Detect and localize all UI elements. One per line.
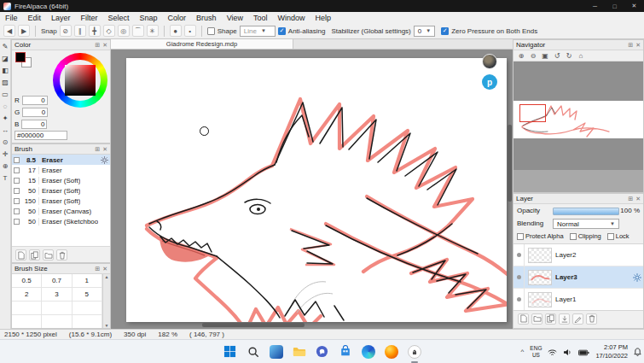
- eyedropper-tool-button[interactable]: ⊙: [1, 138, 10, 147]
- float-panel-icon[interactable]: ⊞: [95, 266, 100, 272]
- firealpaca-taskbar-icon[interactable]: [405, 343, 424, 361]
- notification-bell-icon[interactable]: [634, 344, 641, 360]
- brush-size-preset[interactable]: 3: [42, 288, 72, 302]
- text-tool-button[interactable]: T: [1, 173, 10, 183]
- brush-checkbox[interactable]: [14, 167, 20, 173]
- snap-vanish-button[interactable]: ◇: [103, 25, 115, 37]
- gear-icon[interactable]: [101, 156, 108, 164]
- hex-color-input[interactable]: #000000: [15, 131, 67, 140]
- edge-browser-icon[interactable]: [359, 343, 378, 361]
- snap-parallel-button[interactable]: ∥: [74, 25, 86, 37]
- red-channel-input[interactable]: 0: [22, 96, 48, 105]
- brush-tip-hard-icon[interactable]: ●: [170, 25, 182, 37]
- float-panel-icon[interactable]: ⊞: [95, 146, 100, 153]
- add-layer-button[interactable]: [518, 313, 529, 325]
- account-avatar[interactable]: [482, 54, 497, 69]
- menu-snap[interactable]: Snap: [135, 12, 163, 23]
- brush-checkbox[interactable]: [14, 188, 20, 194]
- menu-filter[interactable]: Filter: [76, 12, 103, 23]
- clock[interactable]: 2:07 PM 17/10/2022: [595, 343, 628, 360]
- menu-edit[interactable]: Edit: [23, 12, 47, 23]
- blue-channel-input[interactable]: 0: [21, 120, 47, 129]
- rotate-right-button[interactable]: ↻: [564, 51, 574, 61]
- merge-down-button[interactable]: [559, 313, 570, 325]
- blending-dropdown[interactable]: Normal ▼: [553, 219, 619, 229]
- float-panel-icon[interactable]: ⊞: [95, 42, 100, 49]
- stabilizer-dropdown[interactable]: 0 ▼: [414, 26, 435, 37]
- brush-size-preset[interactable]: 1: [73, 274, 102, 288]
- volume-icon[interactable]: [563, 344, 572, 360]
- layer-item[interactable]: Layer2: [513, 244, 643, 266]
- gradient-tool-button[interactable]: ▨: [1, 78, 10, 87]
- saturation-value-square[interactable]: [65, 65, 96, 96]
- menu-brush[interactable]: Brush: [191, 12, 222, 23]
- close-button[interactable]: ✕: [624, 0, 644, 12]
- close-panel-icon[interactable]: ✕: [635, 42, 641, 49]
- cloud-badge-icon[interactable]: p: [482, 74, 497, 90]
- menu-help[interactable]: Help: [310, 12, 337, 23]
- brush-item[interactable]: 150 Eraser (Soft): [12, 196, 110, 206]
- teams-app-icon[interactable]: [313, 343, 332, 361]
- snap-cross-button[interactable]: ╋: [89, 25, 101, 37]
- foreground-color-swatch[interactable]: [15, 52, 26, 62]
- delete-brush-button[interactable]: [56, 249, 67, 261]
- layer-visibility-toggle[interactable]: [513, 266, 525, 288]
- select-tool-button[interactable]: ▭: [1, 90, 10, 99]
- vertical-scrollbar[interactable]: [508, 125, 512, 202]
- add-folder-button[interactable]: [531, 313, 542, 325]
- layer-item[interactable]: Layer1: [513, 289, 643, 311]
- hand-tool-button[interactable]: ✛: [1, 149, 10, 159]
- search-icon[interactable]: [244, 343, 263, 361]
- brush-size-preset-empty[interactable]: [73, 315, 102, 328]
- dragon-sketch-drawing[interactable]: [111, 50, 513, 329]
- edit-layer-button[interactable]: [572, 313, 583, 325]
- brush-checkbox[interactable]: [14, 219, 20, 225]
- zoom-out-button[interactable]: ⊖: [528, 51, 538, 61]
- brush-size-preset-empty[interactable]: [12, 302, 42, 315]
- document-tab[interactable]: Giadrome Redesign.mdp: [111, 39, 293, 49]
- menu-color[interactable]: Color: [163, 12, 192, 23]
- language-indicator[interactable]: ENG US: [530, 345, 542, 358]
- antialiasing-checkbox[interactable]: ✓: [278, 27, 286, 35]
- green-channel-input[interactable]: 0: [22, 108, 48, 117]
- store-app-icon[interactable]: [336, 343, 355, 361]
- history-forward-button[interactable]: ▶: [18, 25, 30, 37]
- brush-checkbox[interactable]: [14, 157, 20, 163]
- magic-wand-tool-button[interactable]: ✦: [1, 114, 10, 123]
- wifi-icon[interactable]: [548, 344, 557, 360]
- brush-size-preset-empty[interactable]: [12, 315, 42, 328]
- brush-size-preset[interactable]: 5: [73, 288, 102, 302]
- close-panel-icon[interactable]: ✕: [102, 146, 107, 153]
- pen-tool-button[interactable]: ✎: [1, 42, 10, 51]
- layer-visibility-toggle[interactable]: [513, 289, 525, 310]
- menu-layer[interactable]: Layer: [46, 12, 76, 23]
- maximize-button[interactable]: □: [605, 0, 624, 12]
- bucket-tool-button[interactable]: ◧: [1, 66, 10, 75]
- scroll-down-icon[interactable]: ▼: [105, 323, 109, 328]
- brush-item[interactable]: 50 Eraser (Soft): [12, 185, 110, 196]
- tray-expand-icon[interactable]: ^: [521, 348, 525, 355]
- file-explorer-icon[interactable]: [290, 343, 309, 361]
- zoom-in-button[interactable]: ⊕: [516, 51, 526, 61]
- brush-size-scrollbar[interactable]: ▲ ▼: [102, 274, 110, 328]
- duplicate-layer-button[interactable]: [545, 313, 556, 325]
- duplicate-brush-button[interactable]: [29, 249, 40, 261]
- brush-size-preset-empty[interactable]: [42, 315, 72, 328]
- delete-layer-button[interactable]: [586, 313, 597, 325]
- history-back-button[interactable]: ◀: [3, 25, 15, 37]
- zero-pressure-checkbox[interactable]: ✓: [441, 27, 449, 35]
- minimize-button[interactable]: ─: [585, 0, 605, 12]
- brush-item[interactable]: 8.5 Eraser: [12, 155, 110, 165]
- rotate-left-button[interactable]: ↺: [552, 51, 562, 61]
- fit-view-button[interactable]: ⌂: [576, 51, 586, 61]
- menu-select[interactable]: Select: [103, 12, 135, 23]
- menu-tool[interactable]: Tool: [248, 12, 273, 23]
- brush-size-preset[interactable]: 2: [12, 288, 42, 302]
- brush-checkbox[interactable]: [14, 208, 20, 214]
- opacity-slider[interactable]: [553, 208, 619, 215]
- layer-visibility-toggle[interactable]: [513, 244, 525, 266]
- navigator-viewport-rect[interactable]: [519, 104, 546, 122]
- move-tool-button[interactable]: ↔: [1, 126, 10, 135]
- snap-curve-button[interactable]: ⌒: [132, 25, 144, 37]
- protect-alpha-checkbox[interactable]: [517, 233, 524, 240]
